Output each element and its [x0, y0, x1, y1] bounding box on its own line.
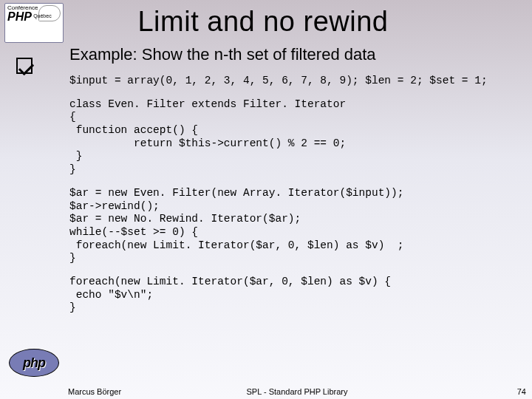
slide-subtitle: Example: Show the n-th set of filtered d… — [69, 45, 526, 64]
checkbox-icon — [16, 58, 33, 74]
slide-content: Limit and no rewind Example: Show the n-… — [68, 0, 532, 399]
php-logo-text: php — [23, 355, 45, 371]
code-block-2: class Even. Filter extends Filter. Itera… — [69, 98, 526, 177]
footer-center: SPL - Standard PHP Library — [68, 387, 526, 396]
footer: Marcus Börger SPL - Standard PHP Library… — [68, 387, 526, 396]
code-block-4: foreach(new Limit. Iterator($ar, 0, $len… — [69, 276, 526, 315]
code-block-3: $ar = new Even. Filter(new Array. Iterat… — [69, 187, 526, 265]
slide-title: Limit and no rewind — [0, 0, 526, 45]
sidebar: Conférence PHP Québec php — [0, 0, 68, 399]
code-block-1: $input = array(0, 1, 2, 3, 4, 5, 6, 7, 8… — [69, 75, 526, 88]
php-logo: php — [9, 349, 59, 377]
